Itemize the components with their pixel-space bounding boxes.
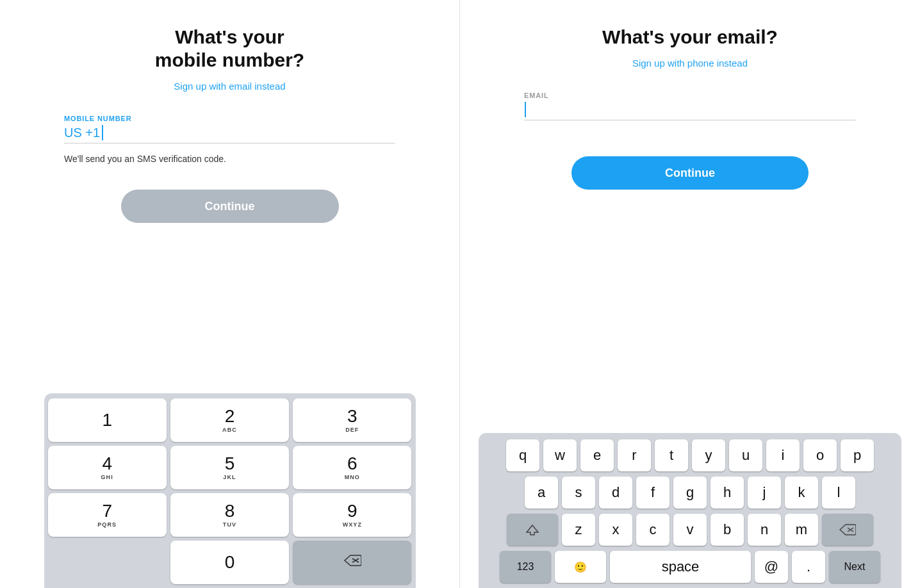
key-a[interactable]: a	[525, 477, 558, 509]
key-5[interactable]: 5 JKL	[170, 446, 289, 489]
emoji-key[interactable]: 🙂	[555, 551, 606, 583]
key-f[interactable]: f	[636, 477, 669, 509]
key-n[interactable]: n	[748, 514, 781, 546]
continue-button-right[interactable]: Continue	[571, 156, 809, 190]
numbers-key[interactable]: 123	[500, 551, 551, 583]
key-x[interactable]: x	[599, 514, 632, 546]
numeric-keypad: 1 2 ABC 3 DEF 4 GHI 5 JKL 6 MNO 7 PQRS 8	[44, 393, 416, 588]
key-w[interactable]: w	[543, 439, 577, 471]
key-v[interactable]: v	[673, 514, 707, 546]
key-q[interactable]: q	[506, 439, 539, 471]
kbd-row-bottom: 123 🙂 space @ . Next	[482, 551, 898, 583]
country-prefix: US +1	[64, 126, 100, 140]
key-h[interactable]: h	[711, 477, 744, 509]
dot-key[interactable]: .	[792, 551, 825, 583]
key-l[interactable]: l	[822, 477, 855, 509]
key-j[interactable]: j	[748, 477, 781, 509]
key-2[interactable]: 2 ABC	[170, 398, 289, 442]
kbd-row-1: q w e r t y u i o p	[482, 439, 898, 471]
mobile-panel: What's your mobile number? Sign up with …	[0, 0, 460, 588]
email-field-label: EMAIL	[524, 92, 549, 99]
key-6[interactable]: 6 MNO	[293, 446, 411, 489]
key-i[interactable]: i	[766, 439, 800, 471]
key-o[interactable]: o	[803, 439, 837, 471]
qwerty-keyboard: q w e r t y u i o p a s d f g h j k l	[479, 433, 901, 588]
mobile-title: What's your mobile number?	[155, 26, 304, 72]
key-delete[interactable]	[293, 541, 411, 584]
key-0[interactable]: 0	[170, 541, 289, 584]
switch-to-phone-link[interactable]: Sign up with phone instead	[632, 58, 748, 69]
email-cursor	[525, 102, 526, 117]
sms-note: We'll send you an SMS verification code.	[64, 154, 226, 164]
switch-to-email-link[interactable]: Sign up with email instead	[174, 81, 285, 92]
key-y[interactable]: y	[692, 439, 725, 471]
at-key[interactable]: @	[755, 551, 788, 583]
key-z[interactable]: z	[562, 514, 595, 546]
email-title: What's your email?	[602, 26, 778, 49]
email-input-row[interactable]	[524, 102, 856, 120]
key-8[interactable]: 8 TUV	[170, 493, 289, 537]
key-p[interactable]: p	[841, 439, 874, 471]
key-r[interactable]: r	[618, 439, 651, 471]
key-3[interactable]: 3 DEF	[293, 398, 411, 442]
key-g[interactable]: g	[673, 477, 707, 509]
key-4[interactable]: 4 GHI	[48, 446, 167, 489]
mobile-field-label: MOBILE NUMBER	[64, 115, 132, 122]
mobile-input-row[interactable]: US +1	[64, 125, 395, 143]
key-empty	[48, 541, 167, 584]
shift-key[interactable]	[507, 514, 558, 546]
text-cursor	[102, 125, 103, 140]
key-7[interactable]: 7 PQRS	[48, 493, 167, 537]
key-1[interactable]: 1	[48, 398, 167, 442]
key-u[interactable]: u	[729, 439, 762, 471]
email-panel: What's your email? Sign up with phone in…	[460, 0, 920, 588]
key-k[interactable]: k	[785, 477, 818, 509]
key-e[interactable]: e	[580, 439, 614, 471]
key-t[interactable]: t	[655, 439, 688, 471]
key-s[interactable]: s	[562, 477, 595, 509]
key-c[interactable]: c	[636, 514, 669, 546]
kbd-row-2: a s d f g h j k l	[482, 477, 898, 509]
key-d[interactable]: d	[599, 477, 632, 509]
continue-button-left[interactable]: Continue	[121, 190, 339, 223]
kbd-delete-key[interactable]	[822, 514, 873, 546]
key-m[interactable]: m	[785, 514, 818, 546]
space-key[interactable]: space	[610, 551, 751, 583]
key-b[interactable]: b	[711, 514, 744, 546]
next-button[interactable]: Next	[829, 551, 880, 583]
key-9[interactable]: 9 WXYZ	[293, 493, 411, 537]
kbd-row-3: z x c v b n m	[482, 514, 898, 546]
